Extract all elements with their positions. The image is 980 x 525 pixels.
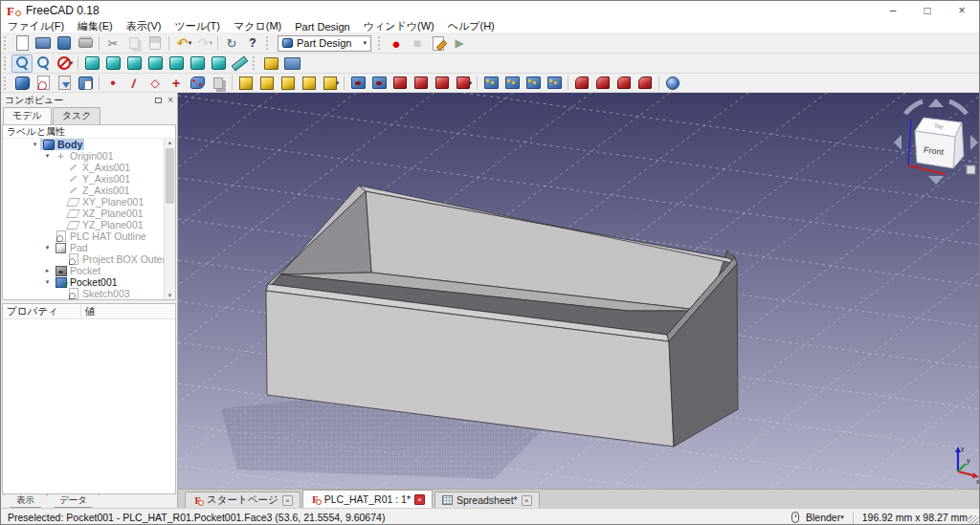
tree-item-body[interactable]: ▾ Body: [3, 139, 164, 150]
macro-stop-icon[interactable]: ■: [407, 34, 428, 53]
map-sketch-icon[interactable]: [75, 74, 96, 92]
top-view-icon[interactable]: [123, 55, 145, 73]
3d-viewport[interactable]: Front Top ▾ z y x: [178, 93, 979, 489]
groove-icon[interactable]: [390, 74, 411, 92]
fit-selection-icon[interactable]: [33, 55, 54, 73]
linear-pattern-icon[interactable]: [501, 74, 523, 92]
hole-icon[interactable]: [368, 74, 390, 92]
tree-item-pocket001[interactable]: ▾ Pocket001: [3, 276, 164, 288]
menu-window[interactable]: ウィンドウ(W): [357, 19, 441, 33]
minimize-button[interactable]: –: [876, 1, 910, 20]
tree-item-project-box-outer[interactable]: Project BOX Outer: [3, 253, 164, 265]
menu-edit[interactable]: 編集(E): [71, 19, 120, 33]
tree-scrollbar[interactable]: ▲ ▼: [164, 139, 175, 299]
open-file-icon[interactable]: [33, 34, 54, 53]
pad-icon[interactable]: [235, 74, 256, 92]
expand-arrow-icon[interactable]: ▾: [30, 141, 40, 148]
menu-view[interactable]: 表示(V): [120, 19, 168, 33]
macro-edit-icon[interactable]: [428, 34, 449, 53]
tree-item-xz-plane001[interactable]: XZ_Plane001: [3, 208, 164, 219]
subtractive-primitive-icon[interactable]: ▾: [453, 74, 474, 92]
close-panel-icon[interactable]: ×: [167, 96, 173, 105]
mirrored-icon[interactable]: [480, 74, 501, 92]
tree-item-plc-hat-outline[interactable]: PLC HAT Outline: [3, 230, 164, 242]
local-cs-icon[interactable]: +: [166, 74, 187, 92]
rear-view-icon[interactable]: [166, 55, 187, 73]
draft-icon[interactable]: [613, 74, 635, 92]
clone-icon[interactable]: [208, 74, 229, 92]
revolution-icon[interactable]: [256, 74, 278, 92]
close-button[interactable]: ×: [945, 1, 979, 20]
left-view-icon[interactable]: [208, 55, 229, 73]
save-icon[interactable]: [54, 34, 75, 53]
tab-start-page[interactable]: スタートページ ×: [185, 492, 301, 508]
axonometric-view-icon[interactable]: [81, 55, 102, 73]
tab-spreadsheet[interactable]: Spreadsheet* ×: [434, 492, 540, 508]
refresh-icon[interactable]: ↻: [221, 34, 242, 53]
cut-icon[interactable]: ✂: [102, 34, 123, 53]
whats-this-icon[interactable]: ?: [242, 34, 263, 53]
thickness-icon[interactable]: [635, 74, 656, 92]
toolbar-handle[interactable]: [378, 36, 382, 50]
tree-item-xy-plane001[interactable]: XY_Plane001: [3, 196, 164, 208]
menu-part-design[interactable]: Part Design: [288, 21, 356, 33]
subtractive-pipe-icon[interactable]: [432, 74, 453, 92]
shape-binder-icon[interactable]: [187, 74, 208, 92]
macro-record-icon[interactable]: ●: [386, 34, 407, 53]
measure-distance-icon[interactable]: [229, 55, 250, 73]
print-icon[interactable]: [75, 34, 96, 53]
subtractive-loft-icon[interactable]: [411, 74, 432, 92]
expand-arrow-icon[interactable]: ▾: [42, 278, 53, 286]
fillet-icon[interactable]: [571, 74, 592, 92]
fit-all-icon[interactable]: [11, 55, 33, 73]
resize-grip[interactable]: [969, 515, 978, 525]
menu-help[interactable]: ヘルプ(H): [441, 19, 501, 33]
additive-pipe-icon[interactable]: [299, 74, 320, 92]
tab-close-icon[interactable]: ×: [414, 494, 425, 505]
toolbar-handle[interactable]: [4, 77, 8, 90]
toolbar-handle[interactable]: [4, 56, 8, 70]
create-sketch-icon[interactable]: [33, 74, 54, 92]
panel-tab-data[interactable]: データ: [47, 494, 100, 508]
front-view-icon[interactable]: [102, 55, 123, 73]
polar-pattern-icon[interactable]: [523, 74, 544, 92]
datum-point-icon[interactable]: •: [102, 74, 123, 92]
menu-file[interactable]: ファイル(F): [1, 19, 71, 33]
tree-item-origin001[interactable]: ▾ Origin001: [3, 150, 164, 162]
undo-icon[interactable]: ↶▾: [172, 34, 193, 53]
menu-tools[interactable]: ツール(T): [167, 19, 227, 33]
tab-plc-hat-r01[interactable]: PLC_HAT_R01 : 1* ×: [302, 490, 433, 508]
scroll-down-icon[interactable]: ▼: [165, 293, 175, 298]
navigation-style-selector[interactable]: Blender ▾: [786, 512, 850, 523]
maximize-button[interactable]: □: [910, 1, 945, 20]
tree-item-yz-plane001[interactable]: YZ_Plane001: [3, 219, 164, 230]
tree-item-pocket[interactable]: ▸ Pocket: [3, 265, 164, 276]
edit-sketch-icon[interactable]: [54, 74, 75, 92]
nav-menu-arrow-icon[interactable]: ▾: [978, 169, 979, 176]
tree-item-pad[interactable]: ▾ Pad: [3, 242, 164, 253]
nav-mini-cube-icon[interactable]: [967, 165, 975, 174]
create-body-icon[interactable]: [11, 74, 33, 92]
property-list[interactable]: [3, 319, 175, 493]
tree-item-sketch003[interactable]: Sketch003: [3, 288, 164, 299]
copy-icon[interactable]: [123, 34, 145, 53]
boolean-icon[interactable]: [662, 74, 683, 92]
tree-item-z-axis001[interactable]: Z_Axis001: [3, 185, 164, 196]
expand-arrow-icon[interactable]: ▸: [42, 267, 53, 274]
toolbar-handle[interactable]: [253, 56, 256, 70]
scrollbar-thumb[interactable]: [166, 148, 174, 204]
tab-task[interactable]: タスク: [53, 107, 101, 124]
scroll-up-icon[interactable]: ▲: [165, 140, 175, 145]
tab-model[interactable]: モデル: [3, 107, 52, 124]
chamfer-icon[interactable]: [592, 74, 613, 92]
datum-plane-icon[interactable]: ◇: [145, 74, 166, 92]
float-panel-icon[interactable]: [155, 98, 162, 103]
draw-style-icon[interactable]: ▾: [54, 55, 75, 73]
new-file-icon[interactable]: [11, 34, 33, 53]
macro-play-icon[interactable]: ▶: [449, 34, 470, 53]
right-view-icon[interactable]: [145, 55, 166, 73]
datum-line-icon[interactable]: /: [123, 74, 145, 92]
expand-arrow-icon[interactable]: ▾: [42, 244, 53, 252]
group-icon[interactable]: [281, 55, 302, 73]
tree-item-y-axis001[interactable]: Y_Axis001: [3, 173, 164, 185]
